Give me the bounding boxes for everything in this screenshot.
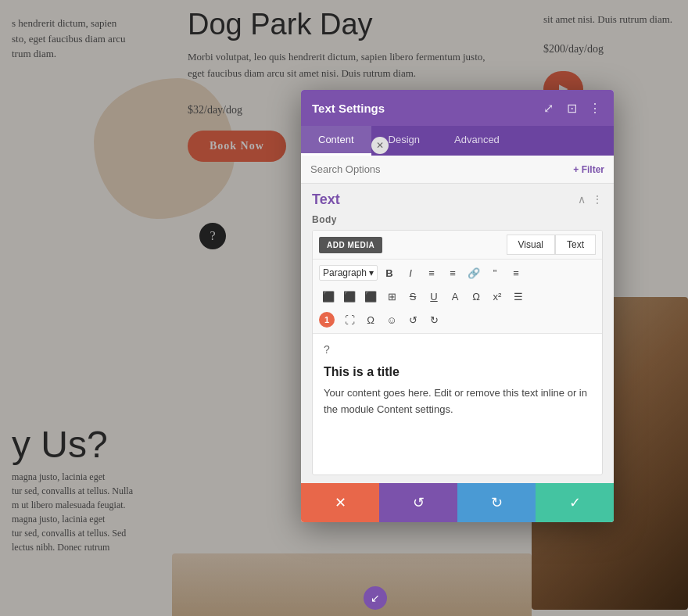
omega-button[interactable]: Ω [361, 310, 380, 329]
text-mode-button[interactable]: Text [555, 235, 596, 255]
footer-arrow-button[interactable]: ↙ [364, 586, 387, 610]
underline-button[interactable]: U [425, 287, 443, 306]
search-bar: + Filter [301, 156, 614, 184]
section-title: Text [312, 192, 340, 208]
more-icon[interactable]: ⋮ [587, 100, 603, 116]
row-indicator: 1 [319, 312, 335, 328]
section-icons: ∧ ⋮ [578, 193, 603, 206]
modal-footer: ✕ ↺ ↻ ✓ [301, 483, 614, 522]
link-button[interactable]: 🔗 [464, 263, 483, 282]
superscript-button[interactable]: x² [488, 287, 507, 306]
table-button[interactable]: ⊞ [382, 287, 401, 306]
editor-content[interactable]: ? This is a title Your content goes here… [313, 334, 602, 475]
editor-subtitle: This is a title [324, 365, 591, 379]
modal-tabs: Content Design Advanced [301, 126, 614, 156]
select-arrow: ▾ [369, 267, 374, 278]
emoji-button[interactable]: ☺ [382, 310, 401, 329]
align-center-button[interactable]: ⬛ [340, 287, 359, 306]
text-settings-modal: Text Settings ⤢ ⊡ ⋮ Content Design Advan… [301, 90, 614, 522]
align-left-button[interactable]: ⬛ [319, 287, 338, 306]
bold-button[interactable]: B [380, 263, 399, 282]
editor-body-text: Your content goes here. Edit or remove t… [324, 385, 591, 418]
editor-mode-buttons: Visual Text [507, 235, 596, 255]
format-row-1: Paragraph ▾ B I ≡ ≡ 🔗 " ≡ [319, 263, 596, 282]
modal-header: Text Settings ⤢ ⊡ ⋮ [301, 90, 614, 126]
format-row-2: ⬛ ⬛ ⬛ ⊞ S U A Ω x² ☰ [319, 287, 596, 306]
close-x-button[interactable]: ✕ [371, 137, 389, 154]
modal-body: Text ∧ ⋮ Body ADD MEDIA Visual Text [301, 184, 614, 483]
editor-question: ? [324, 343, 591, 356]
italic-button[interactable]: I [401, 263, 420, 282]
confirm-button[interactable]: ✓ [536, 483, 614, 522]
redo-button[interactable]: ↻ [457, 483, 536, 522]
section-header: Text ∧ ⋮ [312, 192, 603, 208]
justify-button[interactable]: ☰ [509, 287, 528, 306]
redo-editor-button[interactable]: ↻ [425, 310, 443, 329]
special-chars-button[interactable]: Ω [467, 287, 486, 306]
undo-editor-button[interactable]: ↺ [403, 310, 422, 329]
editor-container: ADD MEDIA Visual Text Paragraph ▾ B I ≡ … [312, 230, 603, 475]
visual-mode-button[interactable]: Visual [507, 235, 555, 255]
unordered-list-button[interactable]: ≡ [422, 263, 441, 282]
editor-toolbar-top: ADD MEDIA Visual Text [313, 231, 602, 260]
section-more-icon[interactable]: ⋮ [592, 193, 603, 206]
tab-advanced[interactable]: Advanced [437, 126, 517, 156]
undo-button[interactable]: ↺ [379, 483, 457, 522]
modal-title: Text Settings [312, 102, 385, 115]
add-media-button[interactable]: ADD MEDIA [319, 237, 382, 253]
body-label: Body [312, 214, 603, 225]
paragraph-select[interactable]: Paragraph ▾ [319, 265, 378, 281]
text-color-button[interactable]: A [446, 287, 464, 306]
align-button[interactable]: ≡ [507, 263, 525, 282]
align-right-button[interactable]: ⬛ [361, 287, 380, 306]
search-input[interactable] [310, 163, 567, 175]
ordered-list-button[interactable]: ≡ [443, 263, 462, 282]
split-icon[interactable]: ⊡ [564, 100, 579, 116]
format-row-3: 1 ⛶ Ω ☺ ↺ ↻ [319, 310, 596, 329]
strikethrough-button[interactable]: S [403, 287, 422, 306]
format-toolbar: Paragraph ▾ B I ≡ ≡ 🔗 " ≡ ⬛ ⬛ ⬛ ⊞ S [313, 260, 602, 334]
tab-content[interactable]: Content [301, 126, 371, 156]
header-icons: ⤢ ⊡ ⋮ [540, 100, 603, 116]
filter-button[interactable]: + Filter [573, 164, 604, 175]
cancel-button[interactable]: ✕ [301, 483, 379, 522]
blockquote-button[interactable]: " [486, 263, 504, 282]
expand-icon[interactable]: ⤢ [540, 100, 556, 116]
collapse-icon[interactable]: ∧ [578, 193, 586, 206]
fullscreen-button[interactable]: ⛶ [340, 310, 359, 329]
